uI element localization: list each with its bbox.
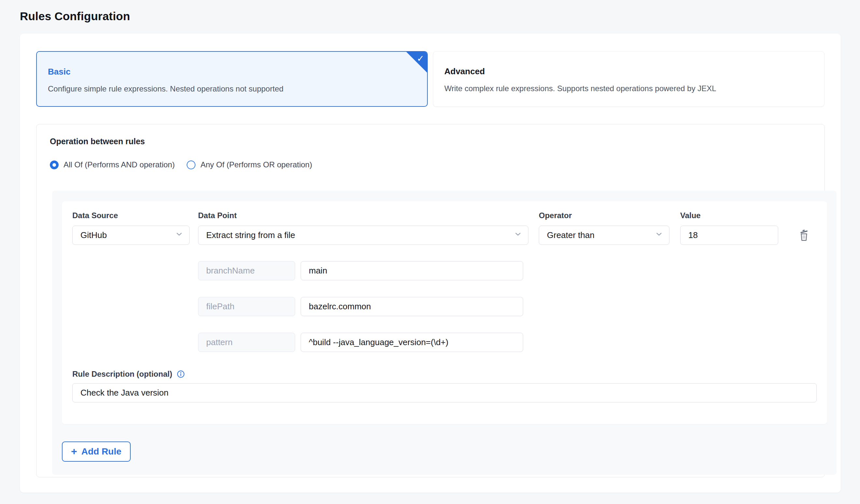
operation-between-rules-label: Operation between rules: [50, 137, 811, 146]
rules-list-panel: Data Source GitHub Data Point: [52, 191, 836, 475]
rule-fields-row: Data Source GitHub Data Point: [72, 211, 817, 245]
data-point-value: Extract string from a file: [206, 230, 295, 240]
data-point-select[interactable]: Extract string from a file: [198, 226, 528, 245]
radio-option-all-of[interactable]: All Of (Performs AND operation): [50, 160, 175, 169]
page-title: Rules Configuration: [20, 10, 840, 23]
parameter-row: [198, 333, 817, 352]
data-source-label: Data Source: [72, 211, 190, 220]
mode-card-basic[interactable]: ✓ Basic Configure simple rule expression…: [36, 51, 428, 107]
delete-rule-button[interactable]: [798, 228, 810, 242]
radio-selected-icon[interactable]: [50, 161, 59, 169]
add-rule-button-label: Add Rule: [82, 446, 121, 457]
value-input[interactable]: [680, 226, 778, 245]
info-icon[interactable]: [176, 370, 185, 378]
rule-description-label: Rule Description (optional): [72, 370, 172, 379]
data-source-select[interactable]: GitHub: [72, 226, 190, 245]
parameter-key-field: [198, 333, 295, 352]
operation-radio-group: All Of (Performs AND operation) Any Of (…: [50, 160, 811, 169]
radio-option-all-of-label[interactable]: All Of (Performs AND operation): [63, 160, 175, 169]
data-point-label: Data Point: [198, 211, 528, 220]
radio-unselected-icon[interactable]: [187, 161, 196, 169]
rules-section: Operation between rules All Of (Performs…: [36, 124, 825, 477]
radio-option-any-of-label[interactable]: Any Of (Performs OR operation): [200, 160, 312, 169]
parameter-value-input[interactable]: [301, 297, 523, 316]
mode-card-advanced[interactable]: Advanced Write complex rule expressions.…: [433, 51, 825, 107]
trash-icon: [798, 238, 810, 243]
operator-label: Operator: [539, 211, 670, 220]
parameter-key-field: [198, 261, 295, 280]
chevron-down-icon: [655, 230, 663, 241]
parameter-value-input[interactable]: [301, 333, 523, 352]
data-source-value: GitHub: [81, 230, 107, 240]
mode-card-basic-description: Configure simple rule expressions. Neste…: [48, 84, 416, 93]
chevron-down-icon: [175, 230, 183, 241]
chevron-down-icon: [514, 230, 522, 241]
value-label: Value: [680, 211, 778, 220]
rules-configuration-page: Rules Configuration ✓ Basic Configure si…: [0, 0, 860, 493]
check-icon: ✓: [417, 54, 424, 63]
parameter-row: [198, 261, 817, 280]
mode-selector-row: ✓ Basic Configure simple rule expression…: [36, 51, 825, 107]
rule-description-input[interactable]: [72, 383, 817, 402]
operator-value: Greater than: [547, 230, 594, 240]
mode-card-advanced-title: Advanced: [444, 66, 813, 76]
add-rule-button[interactable]: + Add Rule: [62, 442, 131, 462]
rule-row-card: Data Source GitHub Data Point: [62, 201, 827, 424]
parameter-key-field: [198, 297, 295, 316]
radio-option-any-of[interactable]: Any Of (Performs OR operation): [187, 160, 312, 169]
operator-select[interactable]: Greater than: [539, 226, 670, 245]
parameter-row: [198, 297, 817, 316]
rules-configuration-card: ✓ Basic Configure simple rule expression…: [20, 33, 841, 493]
parameter-value-input[interactable]: [301, 261, 523, 280]
plus-icon: +: [71, 446, 77, 457]
mode-card-basic-title: Basic: [48, 67, 416, 77]
mode-card-advanced-description: Write complex rule expressions. Supports…: [444, 84, 813, 93]
